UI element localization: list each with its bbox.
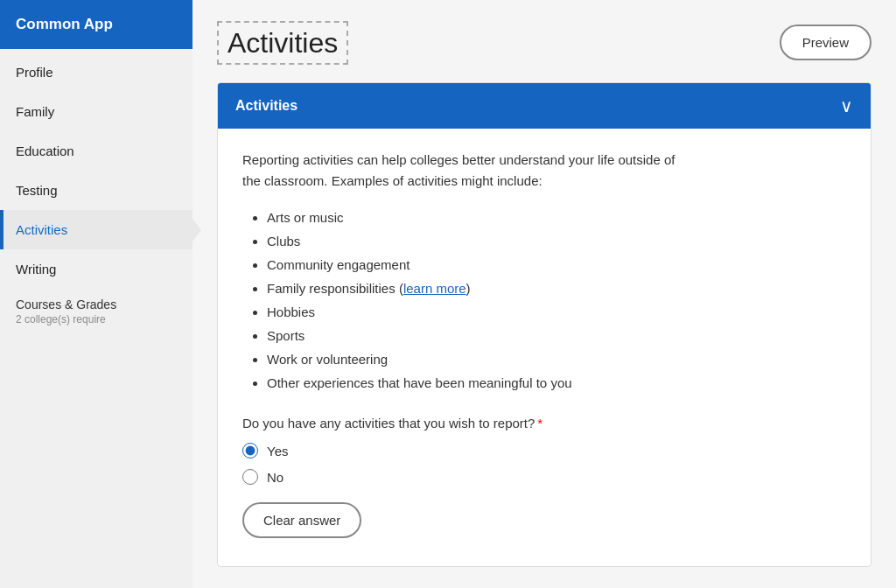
radio-yes[interactable]: [242, 443, 258, 458]
sidebar-item-label-activities: Activities: [16, 222, 67, 237]
radio-no[interactable]: [242, 469, 258, 485]
intro-text: Reporting activities can help colleges b…: [242, 150, 846, 192]
required-indicator: *: [537, 416, 542, 430]
sidebar-item-label-family: Family: [16, 104, 54, 119]
section-body: Reporting activities can help colleges b…: [218, 129, 871, 567]
list-item: Community engagement: [267, 253, 846, 276]
sidebar: Common App Profile Family Education Test…: [0, 0, 192, 588]
preview-button[interactable]: Preview: [780, 24, 872, 60]
sidebar-item-label-profile: Profile: [16, 65, 53, 80]
family-responsibilities-text: Family responsibilities (learn more): [267, 281, 471, 296]
list-item: Hobbies: [267, 300, 846, 324]
learn-more-link[interactable]: learn more: [403, 281, 466, 296]
sidebar-app-title: Common App: [16, 16, 113, 33]
intro-line1: Reporting activities can help colleges b…: [242, 152, 675, 167]
sidebar-item-activities[interactable]: Activities: [0, 210, 192, 249]
page-title: Activities: [217, 21, 348, 65]
radio-option-no[interactable]: No: [242, 469, 846, 485]
question-row: Do you have any activities that you wish…: [242, 416, 846, 538]
yes-label: Yes: [267, 444, 288, 458]
section-header[interactable]: Activities ∨: [218, 83, 871, 129]
list-item: Work or volunteering: [267, 347, 846, 371]
section-header-title: Activities: [235, 98, 298, 114]
sidebar-header: Common App: [0, 0, 192, 49]
sidebar-navigation: Profile Family Education Testing Activit…: [0, 52, 192, 334]
sidebar-item-label-writing: Writing: [16, 262, 56, 276]
sidebar-item-label-testing: Testing: [16, 183, 58, 198]
clear-answer-button[interactable]: Clear answer: [242, 502, 361, 538]
main-content: Activities Preview Activities ∨ Reportin…: [192, 0, 896, 588]
sidebar-item-education[interactable]: Education: [0, 131, 192, 171]
sidebar-item-family[interactable]: Family: [0, 92, 192, 131]
list-item: Sports: [267, 324, 846, 347]
list-item: Family responsibilities (learn more): [267, 276, 846, 300]
question-text: Do you have any activities that you wish…: [242, 416, 846, 430]
courses-grades-label: Courses & Grades: [16, 298, 177, 312]
list-item: Other experiences that have been meaning…: [267, 371, 846, 395]
sidebar-item-courses[interactable]: Courses & Grades 2 college(s) require: [0, 289, 192, 334]
no-label: No: [267, 470, 284, 485]
list-item: Clubs: [267, 229, 846, 253]
sidebar-item-profile[interactable]: Profile: [0, 52, 192, 92]
courses-grades-desc: 2 college(s) require: [16, 313, 177, 326]
page-header: Activities Preview: [217, 21, 872, 65]
intro-line2: the classroom. Examples of activities mi…: [242, 173, 542, 188]
sidebar-item-testing[interactable]: Testing: [0, 171, 192, 210]
sidebar-item-label-education: Education: [16, 144, 74, 158]
radio-option-yes[interactable]: Yes: [242, 443, 846, 458]
activities-section-card: Activities ∨ Reporting activities can he…: [217, 82, 872, 567]
sidebar-item-writing[interactable]: Writing: [0, 249, 192, 289]
chevron-down-icon: ∨: [840, 95, 853, 116]
list-item: Arts or music: [267, 206, 846, 229]
activities-list: Arts or music Clubs Community engagement…: [242, 206, 846, 395]
